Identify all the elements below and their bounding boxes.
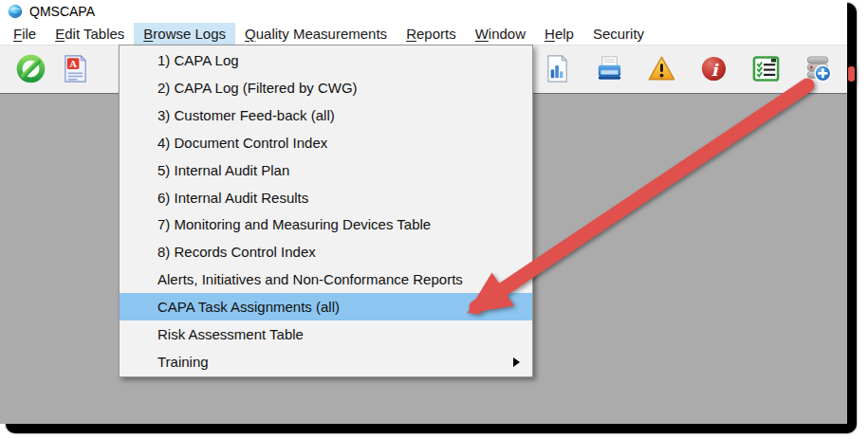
menubar: FileEdit TablesBrowse LogsQuality Measur… <box>0 23 847 45</box>
window-title: QMSCAPA <box>29 4 95 19</box>
menu-item-5-internal-audit-plan[interactable]: 5) Internal Audit Plan <box>120 156 532 184</box>
menu-item-1-capa-log[interactable]: 1) CAPA Log <box>120 46 532 74</box>
submenu-arrow-icon <box>513 357 520 367</box>
menu-item-alerts-initiatives-and-non-conformance-reports[interactable]: Alerts, Initiatives and Non-Conformance … <box>120 265 532 293</box>
menu-quality-measurements[interactable]: Quality Measurements <box>235 23 397 45</box>
toolbar-group-right: i <box>543 54 833 83</box>
svg-text:A: A <box>69 59 77 69</box>
menu-item-training[interactable]: Training <box>120 348 532 375</box>
menu-item-2-capa-log-filtered-by-cwg[interactable]: 2) CAPA Log (Filtered by CWG) <box>120 74 532 101</box>
bar-chart-report-icon[interactable] <box>543 54 572 83</box>
menu-item-label: 1) CAPA Log <box>157 52 239 68</box>
printer-icon[interactable] <box>595 54 624 83</box>
menu-item-8-records-control-index[interactable]: 8) Records Control Index <box>120 238 532 265</box>
menu-item-label: 5) Internal Audit Plan <box>157 162 289 178</box>
menu-item-label: 6) Internal Audit Results <box>157 190 308 206</box>
menu-browse-logs[interactable]: Browse Logs <box>134 23 235 45</box>
menu-item-label: 4) Document Control Index <box>157 135 327 151</box>
pdf-report-icon[interactable]: A <box>61 54 90 83</box>
menu-item-label: Training <box>157 354 209 370</box>
checklist-icon[interactable] <box>751 54 781 83</box>
browse-logs-dropdown-menu: 1) CAPA Log2) CAPA Log (Filtered by CWG)… <box>119 45 533 377</box>
menu-edit-tables[interactable]: Edit Tables <box>46 23 134 45</box>
menu-file[interactable]: File <box>4 23 46 45</box>
warning-icon[interactable] <box>647 54 676 83</box>
toolbar-group-left: A <box>16 54 90 83</box>
menu-item-6-internal-audit-results[interactable]: 6) Internal Audit Results <box>120 184 532 211</box>
info-icon[interactable]: i <box>699 54 729 83</box>
menu-item-label: 2) CAPA Log (Filtered by CWG) <box>157 80 358 96</box>
menu-item-label: 7) Monitoring and Measuring Devices Tabl… <box>157 216 431 232</box>
menu-item-label: CAPA Task Assignments (all) <box>157 299 340 315</box>
menu-item-label: Alerts, Initiatives and Non-Conformance … <box>157 271 463 287</box>
menu-security[interactable]: Security <box>583 23 654 45</box>
menu-item-4-document-control-index[interactable]: 4) Document Control Index <box>120 129 532 156</box>
menu-item-7-monitoring-and-measuring-devices-table[interactable]: 7) Monitoring and Measuring Devices Tabl… <box>120 211 532 239</box>
menu-item-label: Risk Assessment Table <box>157 326 304 342</box>
app-window: QMSCAPA FileEdit TablesBrowse LogsQualit… <box>0 0 847 424</box>
menu-item-3-customer-feed-back-all[interactable]: 3) Customer Feed-back (all) <box>120 101 532 129</box>
add-database-icon[interactable] <box>803 54 833 83</box>
cancel-icon[interactable] <box>16 54 46 83</box>
titlebar: QMSCAPA <box>0 0 847 23</box>
menu-item-capa-task-assignments-all[interactable]: CAPA Task Assignments (all) <box>120 293 532 320</box>
menu-item-label: 8) Records Control Index <box>157 244 316 260</box>
menu-item-label: 3) Customer Feed-back (all) <box>157 107 335 123</box>
menu-reports[interactable]: Reports <box>397 23 466 45</box>
screenshot-stage: QMSCAPA FileEdit TablesBrowse LogsQualit… <box>0 0 868 439</box>
menu-item-risk-assessment-table[interactable]: Risk Assessment Table <box>120 320 532 348</box>
app-globe-icon <box>8 4 23 19</box>
menu-help[interactable]: Help <box>535 23 583 45</box>
menu-window[interactable]: Window <box>466 23 535 45</box>
